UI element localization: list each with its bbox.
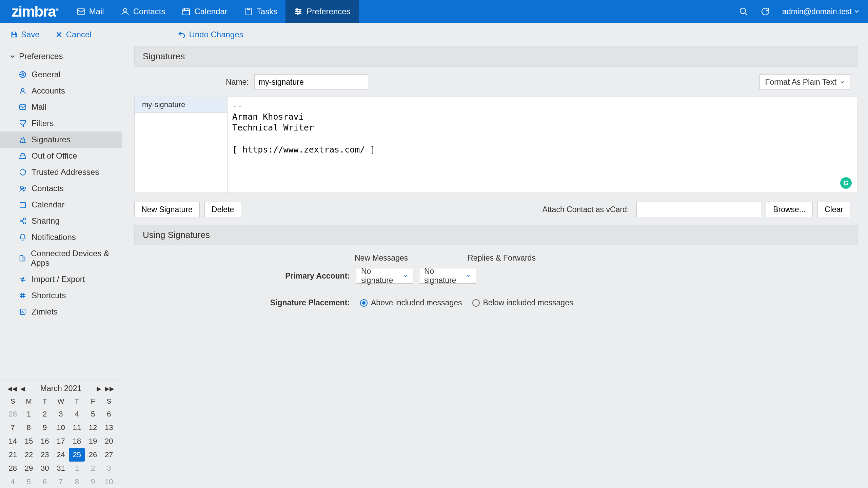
cal-dow: S	[101, 395, 117, 407]
cal-next-month-icon[interactable]: ▶	[97, 385, 101, 392]
cal-day[interactable]: 20	[101, 434, 117, 448]
delete-signature-button[interactable]: Delete	[204, 202, 241, 217]
cal-day[interactable]: 23	[37, 448, 53, 462]
save-button[interactable]: Save	[10, 30, 40, 39]
cal-day[interactable]: 2	[85, 462, 101, 475]
user-menu[interactable]: admin@domain.test	[782, 7, 859, 16]
sidebar-item-signatures[interactable]: Signatures	[0, 131, 122, 148]
cal-day[interactable]: 29	[21, 462, 37, 475]
cancel-button[interactable]: Cancel	[55, 30, 92, 39]
cal-day[interactable]: 7	[53, 475, 69, 488]
tasks-icon	[244, 7, 253, 16]
chevron-down-icon	[466, 273, 471, 279]
sidebar-icon	[19, 103, 27, 111]
cal-prev-year-icon[interactable]: ◀◀	[7, 385, 17, 392]
signature-body-input[interactable]	[227, 97, 858, 193]
refresh-icon[interactable]	[761, 7, 770, 16]
cal-prev-month-icon[interactable]: ◀	[20, 385, 25, 392]
svg-point-14	[20, 186, 23, 189]
svg-point-11	[22, 74, 24, 76]
cal-day[interactable]: 18	[69, 434, 85, 448]
cal-day[interactable]: 15	[21, 434, 37, 448]
cal-day[interactable]: 24	[53, 448, 69, 462]
svg-rect-16	[20, 202, 25, 208]
sidebar-item-zimlets[interactable]: Zimlets	[0, 304, 122, 320]
sidebar-item-filters[interactable]: Filters	[0, 115, 122, 131]
cal-day[interactable]: 9	[37, 421, 53, 434]
nav-tasks[interactable]: Tasks	[236, 0, 285, 23]
cal-day[interactable]: 25	[69, 448, 85, 462]
cal-day[interactable]: 8	[21, 421, 37, 434]
cal-day[interactable]: 1	[69, 462, 85, 475]
signature-name-input[interactable]	[254, 74, 368, 90]
cal-day[interactable]: 30	[37, 462, 53, 475]
cal-day[interactable]: 19	[85, 434, 101, 448]
cal-day[interactable]: 16	[37, 434, 53, 448]
new-signature-button[interactable]: New Signature	[134, 202, 200, 217]
new-message-sig-select[interactable]: No signature	[356, 268, 413, 284]
cal-day[interactable]: 28	[5, 407, 21, 421]
cal-day[interactable]: 14	[5, 434, 21, 448]
sidebar-header[interactable]: Preferences	[0, 46, 122, 66]
sidebar-item-general[interactable]: General	[0, 66, 122, 83]
nav-calendar[interactable]: Calendar	[173, 0, 235, 23]
sidebar-item-mail[interactable]: Mail	[0, 99, 122, 115]
col-replies-forwards: Replies & Forwards	[468, 253, 536, 263]
clear-button[interactable]: Clear	[817, 202, 850, 217]
sidebar-item-shortcuts[interactable]: Shortcuts	[0, 287, 122, 304]
cal-day[interactable]: 5	[21, 475, 37, 488]
sidebar-icon	[19, 254, 26, 262]
placement-above-radio[interactable]: Above included messages	[360, 298, 462, 307]
undo-button[interactable]: Undo Changes	[178, 30, 243, 39]
sidebar-item-contacts[interactable]: Contacts	[0, 180, 122, 197]
grammarly-icon[interactable]: G	[840, 177, 852, 189]
svg-rect-2	[183, 9, 190, 15]
cal-day[interactable]: 27	[101, 448, 117, 462]
vcard-input[interactable]	[636, 202, 761, 217]
cal-day[interactable]: 4	[69, 407, 85, 421]
sidebar-item-import-export[interactable]: Import / Export	[0, 271, 122, 287]
sidebar-item-accounts[interactable]: Accounts	[0, 83, 122, 99]
browse-button[interactable]: Browse...	[766, 202, 813, 217]
cal-day[interactable]: 9	[85, 475, 101, 488]
sidebar-item-out-of-office[interactable]: Out of Office	[0, 148, 122, 164]
cal-day[interactable]: 5	[85, 407, 101, 421]
sidebar-item-trusted-addresses[interactable]: Trusted Addresses	[0, 164, 122, 180]
cal-day[interactable]: 1	[21, 407, 37, 421]
cal-day[interactable]: 26	[85, 448, 101, 462]
sidebar-item-notifications[interactable]: Notifications	[0, 229, 122, 245]
nav-preferences[interactable]: Preferences	[285, 0, 358, 23]
cal-day[interactable]: 21	[5, 448, 21, 462]
cal-next-year-icon[interactable]: ▶▶	[105, 385, 114, 392]
cal-day[interactable]: 6	[37, 475, 53, 488]
cal-day[interactable]: 2	[37, 407, 53, 421]
cal-day[interactable]: 11	[69, 421, 85, 434]
cal-day[interactable]: 28	[5, 462, 21, 475]
nav-mail[interactable]: Mail	[68, 0, 112, 23]
sidebar-item-connected-devices-apps[interactable]: Connected Devices & Apps	[0, 245, 122, 271]
cal-day[interactable]: 17	[53, 434, 69, 448]
signature-list-item[interactable]: my-signature	[135, 97, 227, 113]
cal-day[interactable]: 10	[53, 421, 69, 434]
cal-day[interactable]: 12	[85, 421, 101, 434]
cal-day[interactable]: 10	[101, 475, 117, 488]
cal-day[interactable]: 8	[69, 475, 85, 488]
cal-dow: S	[5, 395, 21, 407]
cal-day[interactable]: 22	[21, 448, 37, 462]
search-icon[interactable]	[739, 7, 748, 16]
radio-icon	[360, 299, 368, 307]
cal-day[interactable]: 6	[101, 407, 117, 421]
cal-day[interactable]: 4	[5, 475, 21, 488]
cal-day[interactable]: 7	[5, 421, 21, 434]
cal-day[interactable]: 13	[101, 421, 117, 434]
format-select[interactable]: Format As Plain Text	[760, 74, 851, 90]
placement-below-radio[interactable]: Below included messages	[472, 298, 573, 307]
sidebar-icon	[19, 87, 27, 95]
cal-day[interactable]: 31	[53, 462, 69, 475]
cal-day[interactable]: 3	[53, 407, 69, 421]
cal-day[interactable]: 3	[101, 462, 117, 475]
sidebar-item-sharing[interactable]: Sharing	[0, 213, 122, 229]
reply-sig-select[interactable]: No signature	[419, 268, 476, 284]
nav-contacts[interactable]: Contacts	[112, 0, 174, 23]
sidebar-item-calendar[interactable]: Calendar	[0, 197, 122, 213]
